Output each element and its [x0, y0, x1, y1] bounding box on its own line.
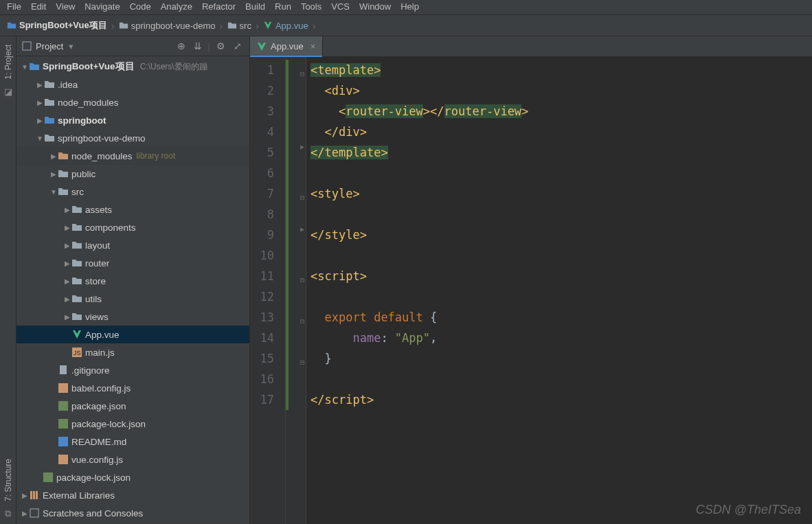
tree-item-store[interactable]: ▶store — [16, 272, 249, 290]
folder-icon — [58, 168, 69, 179]
folder-icon — [119, 21, 128, 30]
panel-header: Project ▾ ⊕ ⇊ | ⚙ ⤢ — [16, 36, 249, 56]
tree-scratches[interactable]: ▶Scratches and Consoles — [16, 504, 249, 522]
tree-root[interactable]: ▼SpringBoot+Vue项目C:\Users\爱闹的蹦 — [16, 58, 249, 76]
menu-analyze[interactable]: Analyze — [161, 1, 192, 12]
tree-item-appvue[interactable]: App.vue — [16, 326, 249, 343]
svg-rect-6 — [58, 419, 68, 429]
tree-item-public[interactable]: ▶public — [16, 165, 249, 183]
menu-navigate[interactable]: Navigate — [84, 1, 120, 12]
svg-rect-9 — [43, 472, 53, 482]
menu-help[interactable]: Help — [401, 1, 419, 12]
tree-item-babel[interactable]: babel.config.js — [16, 379, 249, 397]
svg-rect-13 — [30, 509, 38, 517]
collapse-icon[interactable]: ⇊ — [192, 41, 204, 52]
fold-gutter: ⊟ ▶ ⊟ ▶ ⊟ ⊟ ⊟ — [286, 57, 306, 524]
svg-rect-10 — [30, 491, 32, 499]
folder-icon — [44, 133, 55, 144]
folder-icon — [71, 240, 82, 251]
tree-item-components[interactable]: ▶components — [16, 218, 249, 236]
svg-rect-3 — [60, 365, 67, 374]
code-area[interactable]: 1234567891011121314151617 ⊟ ▶ ⊟ ▶ ⊟ ⊟ ⊟ … — [250, 57, 812, 524]
svg-rect-7 — [58, 437, 68, 446]
tree-item-pkglock2[interactable]: package-lock.json — [16, 468, 249, 486]
breadcrumb-project[interactable]: SpringBoot+Vue项目 — [7, 19, 107, 32]
tree-item-idea[interactable]: ▶.idea — [16, 76, 249, 93]
tab-appvue[interactable]: App.vue × — [250, 36, 323, 56]
svg-rect-4 — [58, 383, 68, 393]
locate-icon[interactable]: ⊕ — [175, 41, 188, 52]
tree-item-mainjs[interactable]: JSmain.js — [16, 343, 249, 361]
chevron-down-icon[interactable]: ▾ — [69, 41, 74, 52]
menu-file[interactable]: File — [7, 1, 21, 12]
json-icon — [43, 472, 54, 483]
svg-text:JS: JS — [74, 350, 81, 356]
menu-run[interactable]: Run — [275, 1, 291, 12]
editor-tabs: App.vue × — [250, 36, 812, 57]
tree-external-libs[interactable]: ▶External Libraries — [16, 486, 249, 504]
svg-rect-12 — [36, 491, 38, 499]
tree-item-readme[interactable]: README.md — [16, 433, 249, 451]
structure-icon[interactable]: ⧉ — [5, 508, 11, 519]
svg-rect-0 — [23, 42, 31, 50]
folder-icon — [44, 97, 55, 108]
menu-edit[interactable]: Edit — [31, 1, 46, 12]
tree-item-nodemodules[interactable]: ▶node_modules — [16, 93, 249, 111]
chevron-right-icon: › — [256, 20, 259, 32]
vue-icon — [263, 21, 273, 30]
menu-code[interactable]: Code — [130, 1, 151, 12]
tree-item-gitignore[interactable]: .gitignore — [16, 361, 249, 379]
tree-item-assets[interactable]: ▶assets — [16, 201, 249, 218]
svg-rect-8 — [58, 455, 68, 464]
tool-structure[interactable]: 7: Structure — [3, 459, 13, 501]
svg-rect-11 — [33, 491, 35, 499]
library-icon — [29, 490, 40, 501]
tree-item-layout[interactable]: ▶layout — [16, 236, 249, 254]
project-panel: Project ▾ ⊕ ⇊ | ⚙ ⤢ ▼SpringBoot+Vue项目C:\… — [16, 36, 250, 524]
tree-item-pkglock[interactable]: package-lock.json — [16, 415, 249, 433]
scratches-icon — [29, 508, 40, 519]
tree-item-src[interactable]: ▼src — [16, 183, 249, 201]
menubar: File Edit View Navigate Code Analyze Ref… — [0, 0, 812, 15]
breadcrumb-module[interactable]: springboot-vue-demo — [119, 21, 216, 31]
tree-item-router[interactable]: ▶router — [16, 254, 249, 272]
tree-item-svd[interactable]: ▼springboot-vue-demo — [16, 129, 249, 147]
js-icon — [58, 383, 69, 394]
json-icon — [58, 418, 69, 429]
code-content[interactable]: <template> <div> <router-view></router-v… — [306, 57, 812, 524]
tool-project[interactable]: 1: Project — [3, 45, 13, 80]
hide-icon[interactable]: ⤢ — [232, 41, 244, 52]
folder-icon — [71, 311, 82, 322]
menu-vcs[interactable]: VCS — [331, 1, 350, 12]
tree-item-views[interactable]: ▶views — [16, 308, 249, 326]
md-icon — [58, 436, 69, 447]
menu-view[interactable]: View — [56, 1, 75, 12]
bookmark-icon[interactable]: ◪ — [4, 87, 12, 97]
folder-icon — [58, 186, 69, 197]
close-icon[interactable]: × — [311, 41, 316, 52]
tree-item-pkgjson[interactable]: package.json — [16, 397, 249, 415]
vue-icon — [257, 42, 267, 52]
menu-tools[interactable]: Tools — [301, 1, 322, 12]
tree-item-vuecfg[interactable]: vue.config.js — [16, 451, 249, 468]
vue-icon — [71, 329, 82, 340]
panel-title[interactable]: Project — [36, 41, 63, 52]
gear-icon[interactable]: ⚙ — [214, 41, 227, 52]
chevron-right-icon: › — [313, 20, 316, 32]
library-icon — [58, 150, 69, 161]
folder-icon — [44, 115, 55, 126]
tree-item-springboot[interactable]: ▶springboot — [16, 111, 249, 129]
svg-rect-5 — [58, 401, 68, 411]
menu-window[interactable]: Window — [359, 1, 391, 12]
folder-icon — [29, 61, 40, 72]
menu-build[interactable]: Build — [245, 1, 265, 12]
breadcrumb-file[interactable]: App.vue — [263, 21, 308, 31]
left-toolbar: 1: Project ◪ 7: Structure ⧉ — [0, 36, 16, 524]
tree-item-utils[interactable]: ▶utils — [16, 290, 249, 308]
breadcrumb: SpringBoot+Vue项目 › springboot-vue-demo ›… — [0, 15, 812, 36]
menu-refactor[interactable]: Refactor — [202, 1, 236, 12]
tree-item-svd-nm[interactable]: ▶node_moduleslibrary root — [16, 147, 249, 165]
breadcrumb-src[interactable]: src — [227, 21, 251, 31]
folder-icon — [71, 275, 82, 286]
folder-icon — [71, 258, 82, 269]
